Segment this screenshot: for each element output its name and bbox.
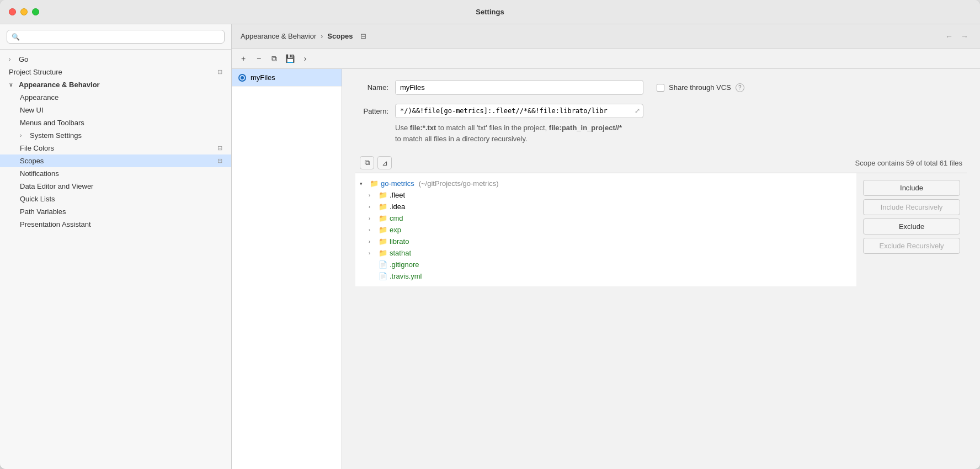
tree-node-stathat[interactable]: › 📁 stathat xyxy=(355,247,856,259)
chevron-down-icon: ∨ xyxy=(9,82,15,88)
exclude-button[interactable]: Exclude xyxy=(863,218,960,234)
tree-node-root[interactable]: ▾ 📁 go-metrics (~/gitProjects/go-metrics… xyxy=(355,178,856,189)
tree-node-label: .travis.yml xyxy=(390,272,422,280)
copy-tree-button[interactable]: ⧉ xyxy=(360,156,374,169)
search-input-wrapper[interactable]: 🔍 xyxy=(7,30,225,44)
chevron-right-icon: › xyxy=(9,56,15,62)
tree-node-travis[interactable]: 📄 .travis.yml xyxy=(355,270,856,282)
exclude-recursively-button[interactable]: Exclude Recursively xyxy=(863,238,960,254)
save-scope-button[interactable]: 💾 xyxy=(283,52,297,65)
tree-node-librato[interactable]: › 📁 librato xyxy=(355,236,856,247)
tree-toolbar: ⧉ ⊿ Scope contains 59 of total 61 files xyxy=(355,153,967,173)
tree-node-label: .gitignore xyxy=(390,260,419,269)
sidebar-item-label: Path Variables xyxy=(20,207,66,216)
file-tree-section: ⧉ ⊿ Scope contains 59 of total 61 files xyxy=(355,153,967,286)
folder-icon: 📁 xyxy=(379,226,387,234)
breadcrumb-separator: › xyxy=(321,33,323,40)
sidebar-item-label: Menus and Toolbars xyxy=(20,119,84,127)
window-title: Settings xyxy=(476,8,504,16)
remove-scope-button[interactable]: − xyxy=(252,52,266,65)
tree-node-idea[interactable]: › 📁 .idea xyxy=(355,201,856,212)
sidebar-item-presentation-assistant[interactable]: Presentation Assistant xyxy=(0,218,231,231)
sidebar-item-label: Data Editor and Viewer xyxy=(20,182,93,190)
name-label: Name: xyxy=(355,83,388,92)
name-input[interactable] xyxy=(395,80,643,95)
chevron-down-icon: ▾ xyxy=(360,181,368,186)
badge-icon: ⊟ xyxy=(217,145,222,152)
maximize-button[interactable] xyxy=(32,8,39,15)
right-panel: Appearance & Behavior › Scopes ⊟ ← → + −… xyxy=(232,24,980,469)
search-bar: 🔍 xyxy=(0,24,231,50)
sidebar-item-path-variables[interactable]: Path Variables xyxy=(0,205,231,218)
copy-scope-button[interactable]: ⧉ xyxy=(267,52,281,65)
scope-list: myFiles xyxy=(232,69,342,469)
sidebar-item-system-settings[interactable]: › System Settings xyxy=(0,129,231,142)
folder-icon: 📁 xyxy=(379,214,387,222)
sidebar-item-appearance-behavior[interactable]: ∨ Appearance & Behavior xyxy=(0,78,231,91)
sidebar-item-scopes[interactable]: Scopes ⊟ xyxy=(0,154,231,167)
sidebar-item-menus-toolbars[interactable]: Menus and Toolbars xyxy=(0,116,231,129)
include-recursively-button[interactable]: Include Recursively xyxy=(863,199,960,215)
tree-node-exp[interactable]: › 📁 exp xyxy=(355,224,856,236)
scope-toolbar: + − ⧉ 💾 › xyxy=(232,49,980,69)
minimize-icon: ⊟ xyxy=(360,32,366,40)
scope-count: Scope contains 59 of total 61 files xyxy=(855,159,962,167)
folder-icon: 📁 xyxy=(370,179,379,188)
tree-node-gitignore[interactable]: 📄 .gitignore xyxy=(355,259,856,270)
tree-and-buttons: ▾ 📁 go-metrics (~/gitProjects/go-metrics… xyxy=(355,173,967,286)
traffic-lights xyxy=(9,8,39,15)
pattern-row: Pattern: ⤢ xyxy=(355,104,967,118)
sidebar-item-label: Appearance xyxy=(20,93,58,102)
filter-tree-button[interactable]: ⊿ xyxy=(377,156,392,169)
tree-node-path: (~/gitProjects/go-metrics) xyxy=(419,179,499,188)
chevron-right-icon: › xyxy=(369,227,376,233)
sidebar-item-label: Notifications xyxy=(20,169,59,178)
back-button[interactable]: ← xyxy=(942,30,956,43)
sidebar-item-label: Presentation Assistant xyxy=(20,220,91,228)
minimize-button[interactable] xyxy=(20,8,28,15)
minimize-panel-button[interactable]: ⊟ xyxy=(358,30,370,42)
more-scope-button[interactable]: › xyxy=(298,52,312,65)
sidebar-item-file-colors[interactable]: File Colors ⊟ xyxy=(0,142,231,154)
pattern-label: Pattern: xyxy=(355,107,388,115)
sidebar-item-new-ui[interactable]: New UI xyxy=(0,104,231,116)
sidebar-item-quick-lists[interactable]: Quick Lists xyxy=(0,193,231,205)
scope-radio xyxy=(238,74,246,82)
hint-text: Use file:*.txt to match all 'txt' files … xyxy=(355,122,659,144)
forward-button[interactable]: → xyxy=(958,30,971,43)
sidebar-item-go[interactable]: › Go xyxy=(0,53,231,66)
tree-node-fleet[interactable]: › 📁 .fleet xyxy=(355,189,856,201)
tree-node-label: stathat xyxy=(390,249,411,257)
pattern-input[interactable] xyxy=(395,104,643,118)
sidebar-item-data-editor-viewer[interactable]: Data Editor and Viewer xyxy=(0,180,231,193)
sidebar-item-appearance[interactable]: Appearance xyxy=(0,91,231,104)
scope-detail: Name: Share through VCS ? Pattern: xyxy=(342,69,980,469)
action-buttons: Include Include Recursively Exclude Excl… xyxy=(856,173,967,286)
folder-icon: 📁 xyxy=(379,237,387,246)
folder-icon: 📁 xyxy=(379,191,387,199)
close-button[interactable] xyxy=(9,8,16,15)
help-icon[interactable]: ? xyxy=(736,83,744,92)
include-button[interactable]: Include xyxy=(863,180,960,196)
chevron-right-icon: › xyxy=(369,239,376,244)
settings-window: Settings 🔍 › Go Project Structure ⊟ xyxy=(0,0,980,469)
sidebar-nav: › Go Project Structure ⊟ ∨ Appearance & … xyxy=(0,50,231,469)
folder-icon: 📁 xyxy=(379,202,387,211)
sidebar-item-label: File Colors xyxy=(20,144,54,152)
share-vcs-checkbox[interactable] xyxy=(657,84,664,92)
search-input[interactable] xyxy=(23,33,220,41)
hint-bold-1: file:*.txt xyxy=(410,124,436,132)
expand-icon: ⤢ xyxy=(635,107,640,115)
sidebar-item-label: System Settings xyxy=(30,131,82,140)
main-content: 🔍 › Go Project Structure ⊟ ∨ A xyxy=(0,24,980,469)
title-bar: Settings xyxy=(0,0,980,24)
tree-node-label: exp xyxy=(390,226,401,234)
nav-arrows: ← → xyxy=(942,30,971,43)
chevron-right-icon: › xyxy=(369,216,376,221)
tree-node-cmd[interactable]: › 📁 cmd xyxy=(355,212,856,224)
add-scope-button[interactable]: + xyxy=(236,52,251,65)
search-icon: 🔍 xyxy=(12,33,20,41)
sidebar-item-project-structure[interactable]: Project Structure ⊟ xyxy=(0,66,231,78)
scope-list-item[interactable]: myFiles xyxy=(232,69,342,87)
sidebar-item-notifications[interactable]: Notifications xyxy=(0,167,231,180)
